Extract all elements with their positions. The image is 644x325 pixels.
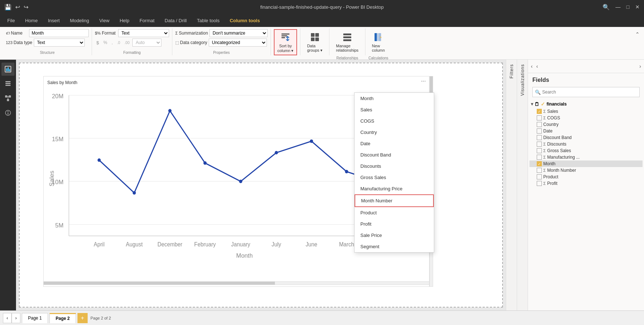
field-checkbox-country[interactable]: [537, 122, 542, 127]
dropdown-item-cogs[interactable]: COGS: [355, 115, 434, 127]
nav-left-btn[interactable]: ‹: [529, 63, 534, 70]
field-manufacturing[interactable]: Σ Manufacturing ...: [529, 154, 643, 160]
maximize-btn[interactable]: □: [627, 4, 629, 10]
undo-icon[interactable]: ↩: [15, 4, 20, 11]
dropdown-item-gross-sales[interactable]: Gross Sales: [355, 172, 434, 183]
auto-select[interactable]: Auto: [132, 39, 161, 47]
currency-format-row: $ % , .0 .00 Auto: [95, 39, 161, 47]
field-month-number[interactable]: Σ Month Number: [529, 167, 643, 174]
search-input[interactable]: [542, 90, 637, 95]
field-checkbox-profit[interactable]: [537, 181, 542, 186]
field-checkbox-manufacturing[interactable]: [537, 155, 542, 160]
field-sales[interactable]: ✓ Σ Sales: [529, 108, 643, 115]
field-group-financials[interactable]: ▾ 🗒 ✓ financials: [529, 100, 643, 108]
redo-icon[interactable]: ↪: [24, 4, 28, 11]
dropdown-item-discounts[interactable]: Discounts: [355, 160, 434, 172]
page-next-btn[interactable]: ›: [12, 313, 20, 323]
field-cogs[interactable]: Σ COGS: [529, 115, 643, 121]
menu-data-drill[interactable]: Data / Drill: [160, 16, 191, 25]
page-tab-1[interactable]: Page 1: [22, 313, 48, 323]
field-checkbox-date[interactable]: [537, 128, 542, 134]
dropdown-item-manufacturing-price[interactable]: Manufacturing Price: [355, 183, 434, 194]
menu-home[interactable]: Home: [21, 16, 42, 25]
format-select[interactable]: Text: [118, 29, 169, 37]
right-panel: ‹ ‹ › Fields 🔍 ▾ 🗒 ✓ financials ✓ Σ Sale…: [528, 60, 644, 310]
svg-point-44: [239, 180, 242, 183]
field-checkbox-cogs[interactable]: [537, 115, 542, 120]
dropdown-item-date[interactable]: Date: [355, 138, 434, 149]
field-checkbox-month[interactable]: ✓: [537, 161, 542, 166]
left-sidebar: [0, 60, 16, 310]
new-column-btn[interactable]: + Newcolumn: [368, 29, 388, 55]
dropdown-item-month-number[interactable]: Month Number: [355, 194, 434, 207]
dec-down-btn[interactable]: .0: [116, 39, 121, 46]
new-column-icon: +: [373, 31, 384, 43]
data-groups-btn[interactable]: Datagroups ▾: [303, 29, 326, 55]
page-tab-2[interactable]: Page 2: [49, 313, 76, 323]
dropdown-item-discount-band[interactable]: Discount Band: [355, 149, 434, 160]
field-checkbox-discounts[interactable]: [537, 142, 542, 147]
menu-view[interactable]: View: [95, 16, 114, 25]
left-icon-other[interactable]: [1, 106, 15, 119]
menu-file[interactable]: File: [3, 16, 19, 25]
ribbon-collapse-btn[interactable]: ⌃: [634, 30, 641, 39]
chart-scrollbar[interactable]: [43, 281, 429, 285]
chart-options-btn[interactable]: ···: [421, 78, 426, 84]
dropdown-item-sale-price[interactable]: Sale Price: [355, 230, 434, 241]
field-country[interactable]: Country: [529, 121, 643, 128]
left-icon-model[interactable]: [1, 92, 15, 105]
dropdown-item-product[interactable]: Product: [355, 207, 434, 218]
menu-column-tools[interactable]: Column tools: [225, 16, 264, 25]
svg-rect-17: [9, 69, 10, 71]
menu-modeling[interactable]: Modeling: [65, 16, 93, 25]
minimize-btn[interactable]: —: [616, 4, 621, 10]
field-profit[interactable]: Σ Profit: [529, 180, 643, 187]
menu-format[interactable]: Format: [135, 16, 159, 25]
nav-right-btn[interactable]: ›: [638, 63, 643, 70]
dropdown-item-country[interactable]: Country: [355, 127, 434, 138]
field-gross-sales[interactable]: Σ Gross Sales: [529, 147, 643, 154]
field-discounts[interactable]: Σ Discounts: [529, 141, 643, 147]
add-page-btn[interactable]: +: [77, 313, 88, 323]
menu-table-tools[interactable]: Table tools: [192, 16, 224, 25]
manage-relationships-icon: [341, 31, 353, 43]
dropdown-item-profit[interactable]: Profit: [355, 218, 434, 230]
page-prev-btn[interactable]: ‹: [3, 313, 12, 323]
svg-rect-23: [7, 99, 9, 101]
field-month[interactable]: ✓ Month: [529, 160, 643, 167]
menu-help[interactable]: Help: [115, 16, 134, 25]
dropdown-item-month[interactable]: Month: [355, 93, 434, 104]
summarization-select[interactable]: Don't summarize: [209, 29, 268, 37]
percent-btn[interactable]: %: [102, 39, 109, 46]
sort-column-dropdown: Month Sales COGS Country Date Discount B…: [354, 92, 434, 253]
dropdown-item-segment[interactable]: Segment: [355, 241, 434, 252]
menu-insert[interactable]: Insert: [44, 16, 64, 25]
search-box[interactable]: 🔍: [532, 87, 640, 97]
field-product[interactable]: Product: [529, 174, 643, 180]
field-checkbox-month-number[interactable]: [537, 168, 542, 173]
field-checkbox-gross-sales[interactable]: [537, 148, 542, 153]
search-icon[interactable]: 🔍: [603, 4, 610, 11]
datacategory-select[interactable]: Uncategorized: [209, 39, 267, 47]
comma-btn[interactable]: ,: [110, 39, 114, 46]
left-icon-data[interactable]: [1, 77, 15, 90]
svg-point-47: [345, 170, 348, 173]
close-btn[interactable]: ✕: [635, 4, 640, 10]
field-checkbox-discount-band[interactable]: [537, 135, 542, 140]
sort-by-column-btn[interactable]: Sort bycolumn ▾: [274, 29, 297, 55]
field-checkbox-product[interactable]: [537, 174, 542, 179]
field-discount-band[interactable]: Discount Band: [529, 134, 643, 141]
dec-up-btn[interactable]: .00: [123, 39, 131, 46]
currency-btn[interactable]: $: [95, 39, 100, 46]
datatype-select[interactable]: Text: [34, 39, 85, 47]
manage-relationships-btn[interactable]: Managerelationships: [332, 29, 362, 55]
field-sigma-discounts: Σ: [543, 142, 546, 146]
left-icon-report[interactable]: [1, 63, 15, 76]
save-icon[interactable]: 💾: [4, 4, 12, 11]
field-date[interactable]: Date: [529, 128, 643, 134]
name-input[interactable]: [29, 29, 89, 37]
dropdown-item-sales[interactable]: Sales: [355, 104, 434, 115]
nav-left2-btn[interactable]: ‹: [535, 63, 540, 70]
field-checkbox-sales[interactable]: ✓: [537, 109, 542, 114]
data-groups-label: Datagroups ▾: [307, 44, 323, 53]
